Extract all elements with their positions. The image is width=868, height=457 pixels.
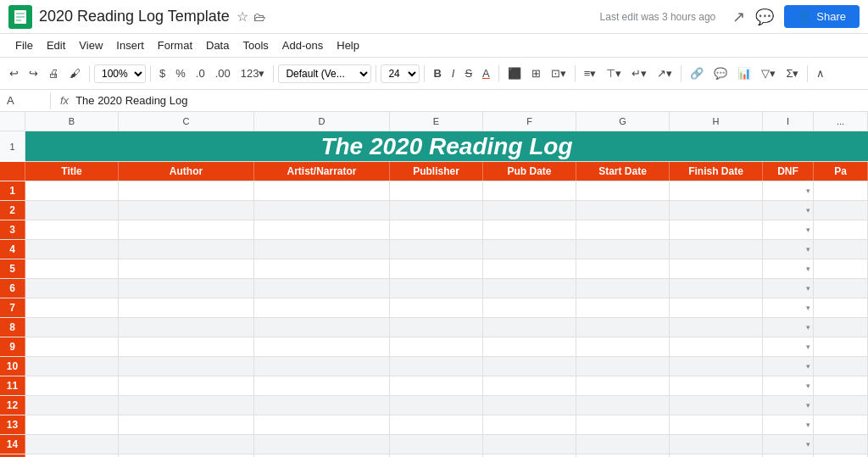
cell[interactable]	[483, 435, 576, 454]
more-btn[interactable]: ∧	[812, 64, 829, 82]
cell[interactable]	[25, 220, 119, 239]
cell[interactable]	[390, 298, 483, 317]
cell[interactable]	[670, 337, 763, 356]
extra-cell[interactable]	[814, 396, 868, 415]
cell[interactable]	[483, 181, 576, 200]
cell[interactable]	[576, 240, 670, 259]
extra-cell[interactable]	[814, 357, 868, 376]
cell[interactable]	[25, 240, 119, 259]
menu-item-edit[interactable]: Edit	[40, 39, 72, 52]
cell[interactable]	[119, 357, 254, 376]
dnf-cell[interactable]: ▾	[763, 415, 814, 434]
cell[interactable]	[390, 181, 483, 200]
col-header-c[interactable]: C	[119, 112, 254, 131]
menu-item-help[interactable]: Help	[330, 39, 366, 52]
cell[interactable]	[390, 415, 483, 434]
merge-btn[interactable]: ⊡▾	[547, 64, 570, 82]
highlight-btn[interactable]: ⬛	[504, 64, 526, 82]
cell[interactable]	[483, 279, 576, 298]
cell[interactable]	[576, 181, 670, 200]
menu-item-tools[interactable]: Tools	[236, 39, 275, 52]
cell[interactable]	[390, 357, 483, 376]
cell[interactable]	[483, 318, 576, 337]
italic-btn[interactable]: I	[448, 64, 459, 82]
cell[interactable]	[25, 357, 119, 376]
cell[interactable]	[254, 415, 390, 434]
cell[interactable]	[254, 337, 390, 356]
cell[interactable]	[670, 298, 763, 317]
cell[interactable]	[25, 279, 119, 298]
cell[interactable]	[390, 318, 483, 337]
cell[interactable]	[670, 240, 763, 259]
cell[interactable]	[119, 396, 254, 415]
cell[interactable]	[254, 357, 390, 376]
cell[interactable]	[254, 259, 390, 278]
cell[interactable]	[119, 318, 254, 337]
cell[interactable]	[254, 240, 390, 259]
cell[interactable]	[576, 259, 670, 278]
menu-item-insert[interactable]: Insert	[109, 39, 151, 52]
col-header-b[interactable]: B	[25, 112, 119, 131]
more-formats-btn[interactable]: 123▾	[236, 64, 270, 82]
menu-item-view[interactable]: View	[72, 39, 109, 52]
cell[interactable]	[390, 435, 483, 454]
cell[interactable]	[119, 435, 254, 454]
cell[interactable]	[119, 181, 254, 200]
cell[interactable]	[576, 415, 670, 434]
cell[interactable]	[483, 240, 576, 259]
cell[interactable]	[670, 415, 763, 434]
cell[interactable]	[670, 435, 763, 454]
col-header-h[interactable]: H	[670, 112, 763, 131]
cell[interactable]	[25, 259, 119, 278]
cell[interactable]	[483, 259, 576, 278]
cell[interactable]	[119, 220, 254, 239]
cell[interactable]	[254, 435, 390, 454]
menu-item-format[interactable]: Format	[151, 39, 199, 52]
cell[interactable]	[390, 396, 483, 415]
trend-icon-btn[interactable]: ↗	[732, 8, 745, 26]
currency-btn[interactable]: $	[155, 64, 170, 82]
decimal-decrease-btn[interactable]: .0	[192, 64, 209, 82]
cell[interactable]	[670, 259, 763, 278]
cell[interactable]	[483, 337, 576, 356]
align-btn[interactable]: ≡▾	[580, 64, 601, 82]
dnf-cell[interactable]: ▾	[763, 357, 814, 376]
strikethrough-btn[interactable]: S	[460, 64, 476, 82]
cell[interactable]	[25, 337, 119, 356]
extra-cell[interactable]	[814, 181, 868, 200]
dnf-cell[interactable]: ▾	[763, 240, 814, 259]
wrap-btn[interactable]: ↵▾	[627, 64, 651, 82]
valign-btn[interactable]: ⊤▾	[602, 64, 626, 82]
extra-cell[interactable]	[814, 279, 868, 298]
cell[interactable]	[25, 435, 119, 454]
cell[interactable]	[119, 298, 254, 317]
percent-btn[interactable]: %	[171, 64, 190, 82]
comment-icon-btn[interactable]: 💬	[755, 8, 774, 26]
cell[interactable]	[483, 357, 576, 376]
cell[interactable]	[254, 298, 390, 317]
cell[interactable]	[576, 396, 670, 415]
cell[interactable]	[670, 220, 763, 239]
extra-cell[interactable]	[814, 220, 868, 239]
extra-cell[interactable]	[814, 376, 868, 395]
dnf-cell[interactable]: ▾	[763, 337, 814, 356]
cell[interactable]	[483, 298, 576, 317]
dnf-cell[interactable]: ▾	[763, 298, 814, 317]
dnf-cell[interactable]: ▾	[763, 279, 814, 298]
cell[interactable]	[25, 415, 119, 434]
cell[interactable]	[119, 240, 254, 259]
decimal-increase-btn[interactable]: .00	[211, 64, 235, 82]
dnf-cell[interactable]: ▾	[763, 220, 814, 239]
cell[interactable]	[483, 376, 576, 395]
cell[interactable]	[25, 201, 119, 220]
cell[interactable]	[254, 376, 390, 395]
cell[interactable]	[670, 357, 763, 376]
cell[interactable]	[254, 318, 390, 337]
chart-btn[interactable]: 📊	[733, 64, 755, 82]
rotate-btn[interactable]: ↗▾	[653, 64, 676, 82]
cell[interactable]	[25, 396, 119, 415]
link-btn[interactable]: 🔗	[686, 64, 708, 82]
dnf-cell[interactable]: ▾	[763, 318, 814, 337]
filter-btn[interactable]: ▽▾	[757, 64, 780, 82]
cell[interactable]	[25, 376, 119, 395]
